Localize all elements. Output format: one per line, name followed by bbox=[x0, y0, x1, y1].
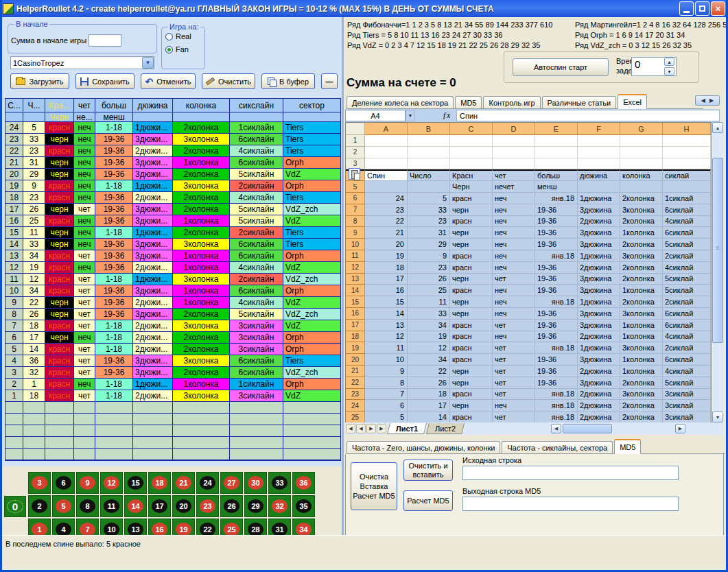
spreadsheet-cell[interactable] bbox=[408, 158, 450, 170]
spreadsheet-cell[interactable]: 1колонка bbox=[620, 366, 663, 377]
history-cell[interactable]: неч bbox=[74, 169, 95, 180]
history-cell[interactable]: 4 bbox=[5, 355, 23, 366]
history-empty-cell[interactable] bbox=[133, 437, 173, 448]
history-cell[interactable]: 14 bbox=[5, 239, 23, 250]
history-cell[interactable]: 3сиклайн bbox=[230, 390, 283, 401]
spreadsheet-cell[interactable]: неч bbox=[493, 285, 535, 296]
spreadsheet-cell[interactable]: красн bbox=[450, 389, 493, 401]
spreadsheet-cell[interactable]: черн bbox=[450, 274, 493, 285]
spreadsheet-cell[interactable]: 3колонка bbox=[620, 389, 663, 401]
sheet-nav-prev-icon[interactable]: ◀ bbox=[356, 424, 366, 433]
spreadsheet-cell[interactable]: 3колонка bbox=[620, 342, 663, 354]
close-button[interactable]: × bbox=[711, 1, 725, 16]
spreadsheet-cell[interactable]: 6сиклай bbox=[663, 308, 711, 320]
history-empty-cell[interactable] bbox=[173, 437, 230, 448]
history-cell[interactable]: черн bbox=[45, 227, 74, 238]
history-cell[interactable]: 2колонка bbox=[173, 169, 230, 180]
spreadsheet-cell[interactable]: чет bbox=[493, 389, 535, 401]
history-cell[interactable]: 3дюжи... bbox=[133, 309, 173, 320]
history-cell[interactable]: 25 bbox=[23, 215, 45, 226]
spreadsheet-cell[interactable]: 9 bbox=[408, 250, 450, 262]
sheet-tab-лист2[interactable]: Лист2 bbox=[426, 423, 465, 434]
spreadsheet-cell[interactable]: красн bbox=[450, 250, 493, 262]
spreadsheet-cell[interactable]: 19-36 bbox=[535, 308, 578, 320]
spreadsheet-cell[interactable]: 19-36 bbox=[535, 204, 578, 216]
history-empty-cell[interactable] bbox=[95, 437, 133, 448]
spreadsheet-cell[interactable]: 1сиклай bbox=[663, 193, 711, 204]
history-cell[interactable]: 3сиклайн bbox=[230, 332, 283, 343]
history-row[interactable]: 1433черннеч19-363дюжи...3колонка6сиклайн… bbox=[5, 239, 340, 250]
board-number-cell[interactable]: 23 bbox=[196, 495, 219, 517]
history-cell[interactable]: 3колонка bbox=[173, 239, 230, 250]
spreadsheet-cell[interactable]: 2колонка bbox=[620, 412, 663, 423]
row-header[interactable]: 13 bbox=[346, 274, 365, 285]
history-cell[interactable]: 12 bbox=[5, 262, 23, 273]
history-cell[interactable]: 36 bbox=[23, 355, 45, 366]
history-row[interactable]: 718краснчет1-182дюжи...3колонка3сиклайнV… bbox=[5, 320, 340, 332]
tab-контроль-игр[interactable]: Контроль игр bbox=[483, 96, 540, 108]
history-cell[interactable]: VdZ_zch bbox=[283, 367, 340, 378]
spreadsheet-cell[interactable]: 19 bbox=[365, 250, 408, 262]
history-cell[interactable]: неч bbox=[74, 332, 95, 343]
paste-options-icon[interactable] bbox=[349, 168, 360, 180]
history-header-cell[interactable]: сектор bbox=[283, 99, 340, 112]
history-cell[interactable]: 2колонка bbox=[173, 145, 230, 156]
spreadsheet-cell[interactable]: 23 bbox=[408, 216, 450, 228]
spreadsheet-cell[interactable]: 24 bbox=[365, 193, 408, 204]
history-empty-cell[interactable] bbox=[74, 425, 95, 436]
calc-md5-button[interactable]: Расчет MD5 bbox=[403, 490, 453, 511]
history-cell[interactable]: 2дюжи... bbox=[133, 297, 173, 308]
row-header[interactable]: 24 bbox=[346, 400, 365, 412]
spreadsheet-cell[interactable]: 1колонка bbox=[620, 320, 663, 331]
history-cell[interactable]: 16 bbox=[5, 215, 23, 226]
spreadsheet-cell[interactable]: неч bbox=[493, 296, 535, 308]
row-header[interactable]: 15 bbox=[346, 296, 365, 308]
spreadsheet-cell[interactable] bbox=[408, 181, 450, 193]
history-cell[interactable]: 26 bbox=[23, 204, 45, 215]
history-cell[interactable]: 3колонка bbox=[173, 390, 230, 401]
spreadsheet-cell[interactable]: черн bbox=[450, 227, 493, 239]
clear-and-paste-button[interactable]: Очистить и вставить bbox=[403, 460, 453, 481]
history-cell[interactable]: неч bbox=[74, 239, 95, 250]
source-string-input[interactable] bbox=[462, 466, 679, 480]
tab-scroll-right-icon[interactable]: ▶ bbox=[709, 97, 714, 104]
spreadsheet-cell[interactable]: 33 bbox=[408, 204, 450, 216]
history-cell[interactable]: 1сиклайн bbox=[230, 122, 283, 133]
history-cell[interactable]: красн bbox=[45, 122, 74, 133]
history-row[interactable]: 118краснчет1-182дюжи...3колонка3сиклайнV… bbox=[5, 390, 340, 402]
history-cell[interactable]: 6сиклайн bbox=[230, 250, 283, 261]
spreadsheet-cell[interactable]: 6 bbox=[365, 400, 408, 412]
history-empty-cell[interactable] bbox=[95, 425, 133, 436]
history-cell[interactable]: 23 bbox=[5, 134, 23, 145]
history-row[interactable]: 514краснчет1-182дюжи...2колонка3сиклайнO… bbox=[5, 344, 340, 355]
spreadsheet-cell[interactable]: 15 bbox=[365, 296, 408, 308]
spreadsheet-cell[interactable]: 21 bbox=[365, 227, 408, 239]
history-cell[interactable]: чет bbox=[74, 390, 95, 401]
board-number-cell[interactable]: 27 bbox=[220, 472, 243, 494]
collapse-button[interactable]: — bbox=[321, 73, 338, 89]
spreadsheet-cell[interactable]: 29 bbox=[408, 239, 450, 250]
spreadsheet-cell[interactable]: Спин bbox=[365, 169, 408, 181]
spreadsheet-cell[interactable]: 1колонка bbox=[620, 354, 663, 366]
select-all-corner[interactable] bbox=[346, 123, 365, 135]
history-cell[interactable]: красн bbox=[45, 344, 74, 355]
spreadsheet-cell[interactable]: 19-36 bbox=[535, 262, 578, 274]
history-cell[interactable]: 1-18 bbox=[95, 274, 133, 285]
spreadsheet-cell[interactable]: неч bbox=[493, 262, 535, 274]
history-cell[interactable]: 19-36 bbox=[95, 215, 133, 226]
spreadsheet-cell[interactable]: 2дюжина bbox=[578, 389, 620, 401]
board-number-cell[interactable]: 36 bbox=[292, 472, 315, 494]
history-cell[interactable]: 10 bbox=[5, 285, 23, 296]
history-empty-cell[interactable] bbox=[283, 425, 340, 436]
spreadsheet-cell[interactable] bbox=[365, 147, 408, 158]
spreadsheet-cell[interactable]: дюжина bbox=[578, 169, 620, 181]
spreadsheet-cell[interactable]: красн bbox=[450, 354, 493, 366]
spreadsheet-cell[interactable]: сиклай bbox=[663, 169, 711, 181]
history-cell[interactable]: 19-36 bbox=[95, 145, 133, 156]
history-empty-cell[interactable] bbox=[283, 449, 340, 460]
column-header[interactable]: E bbox=[535, 123, 578, 135]
spreadsheet-cell[interactable]: чет bbox=[493, 377, 535, 389]
board-number-cell[interactable]: 2 bbox=[28, 495, 51, 517]
formula-input[interactable]: Спин bbox=[456, 110, 720, 121]
history-cell[interactable]: 5сиклайн bbox=[230, 204, 283, 215]
